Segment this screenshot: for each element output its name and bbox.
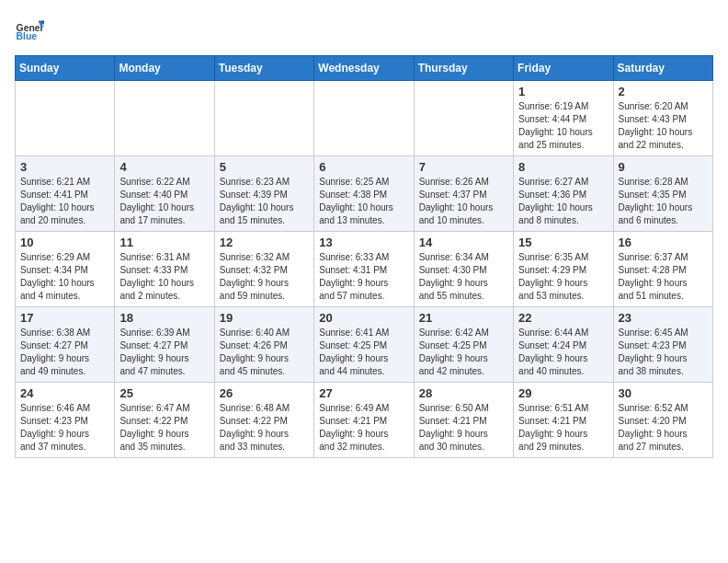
day-info: Sunrise: 6:23 AM Sunset: 4:39 PM Dayligh… <box>220 176 309 227</box>
day-info: Sunrise: 6:27 AM Sunset: 4:36 PM Dayligh… <box>518 176 608 227</box>
day-number: 8 <box>518 160 608 174</box>
calendar-cell: 16Sunrise: 6:37 AM Sunset: 4:28 PM Dayli… <box>613 232 712 307</box>
day-number: 26 <box>220 386 309 400</box>
calendar-cell: 7Sunrise: 6:26 AM Sunset: 4:37 PM Daylig… <box>414 156 513 232</box>
day-info: Sunrise: 6:26 AM Sunset: 4:37 PM Dayligh… <box>419 176 508 227</box>
day-number: 10 <box>20 236 109 249</box>
calendar-cell: 20Sunrise: 6:41 AM Sunset: 4:25 PM Dayli… <box>314 307 414 383</box>
calendar-cell: 25Sunrise: 6:47 AM Sunset: 4:22 PM Dayli… <box>115 383 214 458</box>
day-number: 7 <box>419 160 508 174</box>
day-number: 3 <box>20 160 109 174</box>
page-header: General Blue <box>15 15 713 44</box>
day-info: Sunrise: 6:31 AM Sunset: 4:33 PM Dayligh… <box>119 251 209 303</box>
day-info: Sunrise: 6:29 AM Sunset: 4:34 PM Dayligh… <box>20 251 109 303</box>
day-number: 25 <box>119 386 209 400</box>
day-number: 24 <box>20 386 109 400</box>
day-number: 12 <box>220 236 309 249</box>
day-number: 27 <box>319 386 408 400</box>
day-info: Sunrise: 6:25 AM Sunset: 4:38 PM Dayligh… <box>319 176 408 227</box>
day-info: Sunrise: 6:47 AM Sunset: 4:22 PM Dayligh… <box>119 402 209 454</box>
day-info: Sunrise: 6:37 AM Sunset: 4:28 PM Dayligh… <box>619 251 708 303</box>
day-info: Sunrise: 6:34 AM Sunset: 4:30 PM Dayligh… <box>419 251 508 303</box>
day-number: 21 <box>419 311 508 325</box>
day-info: Sunrise: 6:20 AM Sunset: 4:43 PM Dayligh… <box>619 100 708 152</box>
day-info: Sunrise: 6:51 AM Sunset: 4:21 PM Dayligh… <box>518 402 608 454</box>
weekday-header-wednesday: Wednesday <box>314 56 414 81</box>
day-number: 20 <box>319 311 408 325</box>
weekday-header-monday: Monday <box>115 56 214 81</box>
day-info: Sunrise: 6:52 AM Sunset: 4:20 PM Dayligh… <box>619 402 708 454</box>
calendar-cell <box>16 81 115 156</box>
calendar-cell: 15Sunrise: 6:35 AM Sunset: 4:29 PM Dayli… <box>514 232 613 307</box>
day-info: Sunrise: 6:48 AM Sunset: 4:22 PM Dayligh… <box>220 402 309 454</box>
calendar-cell: 2Sunrise: 6:20 AM Sunset: 4:43 PM Daylig… <box>613 81 712 156</box>
day-info: Sunrise: 6:32 AM Sunset: 4:32 PM Dayligh… <box>220 251 309 303</box>
calendar-cell: 3Sunrise: 6:21 AM Sunset: 4:41 PM Daylig… <box>16 156 115 232</box>
calendar-cell: 24Sunrise: 6:46 AM Sunset: 4:23 PM Dayli… <box>16 383 115 458</box>
weekday-header-sunday: Sunday <box>16 56 115 81</box>
calendar-cell: 18Sunrise: 6:39 AM Sunset: 4:27 PM Dayli… <box>115 307 214 383</box>
day-number: 13 <box>319 236 408 249</box>
day-number: 18 <box>119 311 209 325</box>
svg-text:Blue: Blue <box>17 31 38 41</box>
weekday-header-tuesday: Tuesday <box>214 56 313 81</box>
day-number: 1 <box>518 85 608 98</box>
calendar-cell: 27Sunrise: 6:49 AM Sunset: 4:21 PM Dayli… <box>314 383 414 458</box>
day-number: 29 <box>518 386 608 400</box>
calendar-cell: 4Sunrise: 6:22 AM Sunset: 4:40 PM Daylig… <box>115 156 214 232</box>
day-number: 4 <box>119 160 209 174</box>
calendar-cell: 6Sunrise: 6:25 AM Sunset: 4:38 PM Daylig… <box>314 156 414 232</box>
calendar-cell: 1Sunrise: 6:19 AM Sunset: 4:44 PM Daylig… <box>514 81 613 156</box>
day-info: Sunrise: 6:19 AM Sunset: 4:44 PM Dayligh… <box>518 100 608 152</box>
calendar-cell <box>314 81 414 156</box>
calendar-table: SundayMondayTuesdayWednesdayThursdayFrid… <box>15 55 713 458</box>
calendar-cell: 17Sunrise: 6:38 AM Sunset: 4:27 PM Dayli… <box>16 307 115 383</box>
calendar-cell: 12Sunrise: 6:32 AM Sunset: 4:32 PM Dayli… <box>214 232 313 307</box>
day-info: Sunrise: 6:41 AM Sunset: 4:25 PM Dayligh… <box>319 327 408 378</box>
day-info: Sunrise: 6:21 AM Sunset: 4:41 PM Dayligh… <box>20 176 109 227</box>
calendar-cell: 14Sunrise: 6:34 AM Sunset: 4:30 PM Dayli… <box>414 232 513 307</box>
day-number: 2 <box>619 85 708 98</box>
day-info: Sunrise: 6:45 AM Sunset: 4:23 PM Dayligh… <box>619 327 708 378</box>
day-info: Sunrise: 6:33 AM Sunset: 4:31 PM Dayligh… <box>319 251 408 303</box>
calendar-cell: 5Sunrise: 6:23 AM Sunset: 4:39 PM Daylig… <box>214 156 313 232</box>
day-number: 22 <box>518 311 608 325</box>
day-info: Sunrise: 6:42 AM Sunset: 4:25 PM Dayligh… <box>419 327 508 378</box>
calendar-cell: 30Sunrise: 6:52 AM Sunset: 4:20 PM Dayli… <box>613 383 712 458</box>
day-info: Sunrise: 6:28 AM Sunset: 4:35 PM Dayligh… <box>619 176 708 227</box>
day-number: 16 <box>619 236 708 249</box>
day-info: Sunrise: 6:49 AM Sunset: 4:21 PM Dayligh… <box>319 402 408 454</box>
calendar-cell: 11Sunrise: 6:31 AM Sunset: 4:33 PM Dayli… <box>115 232 214 307</box>
weekday-header-thursday: Thursday <box>414 56 513 81</box>
day-number: 14 <box>419 236 508 249</box>
calendar-cell: 9Sunrise: 6:28 AM Sunset: 4:35 PM Daylig… <box>613 156 712 232</box>
calendar-cell: 21Sunrise: 6:42 AM Sunset: 4:25 PM Dayli… <box>414 307 513 383</box>
calendar-cell: 8Sunrise: 6:27 AM Sunset: 4:36 PM Daylig… <box>514 156 613 232</box>
calendar-cell <box>214 81 313 156</box>
day-info: Sunrise: 6:35 AM Sunset: 4:29 PM Dayligh… <box>518 251 608 303</box>
weekday-header-saturday: Saturday <box>613 56 712 81</box>
day-number: 11 <box>119 236 209 249</box>
calendar-cell: 13Sunrise: 6:33 AM Sunset: 4:31 PM Dayli… <box>314 232 414 307</box>
day-number: 15 <box>518 236 608 249</box>
calendar-cell: 19Sunrise: 6:40 AM Sunset: 4:26 PM Dayli… <box>214 307 313 383</box>
day-info: Sunrise: 6:44 AM Sunset: 4:24 PM Dayligh… <box>518 327 608 378</box>
calendar-cell <box>115 81 214 156</box>
day-info: Sunrise: 6:38 AM Sunset: 4:27 PM Dayligh… <box>20 327 109 378</box>
calendar-cell: 22Sunrise: 6:44 AM Sunset: 4:24 PM Dayli… <box>514 307 613 383</box>
day-number: 28 <box>419 386 508 400</box>
calendar-cell: 23Sunrise: 6:45 AM Sunset: 4:23 PM Dayli… <box>613 307 712 383</box>
logo: General Blue <box>15 15 44 44</box>
calendar-cell: 10Sunrise: 6:29 AM Sunset: 4:34 PM Dayli… <box>16 232 115 307</box>
day-number: 23 <box>619 311 708 325</box>
day-info: Sunrise: 6:39 AM Sunset: 4:27 PM Dayligh… <box>119 327 209 378</box>
day-number: 30 <box>619 386 708 400</box>
day-number: 5 <box>220 160 309 174</box>
calendar-cell: 26Sunrise: 6:48 AM Sunset: 4:22 PM Dayli… <box>214 383 313 458</box>
day-info: Sunrise: 6:40 AM Sunset: 4:26 PM Dayligh… <box>220 327 309 378</box>
calendar-cell: 28Sunrise: 6:50 AM Sunset: 4:21 PM Dayli… <box>414 383 513 458</box>
day-number: 9 <box>619 160 708 174</box>
logo-icon: General Blue <box>15 15 44 44</box>
day-info: Sunrise: 6:50 AM Sunset: 4:21 PM Dayligh… <box>419 402 508 454</box>
calendar-cell: 29Sunrise: 6:51 AM Sunset: 4:21 PM Dayli… <box>514 383 613 458</box>
